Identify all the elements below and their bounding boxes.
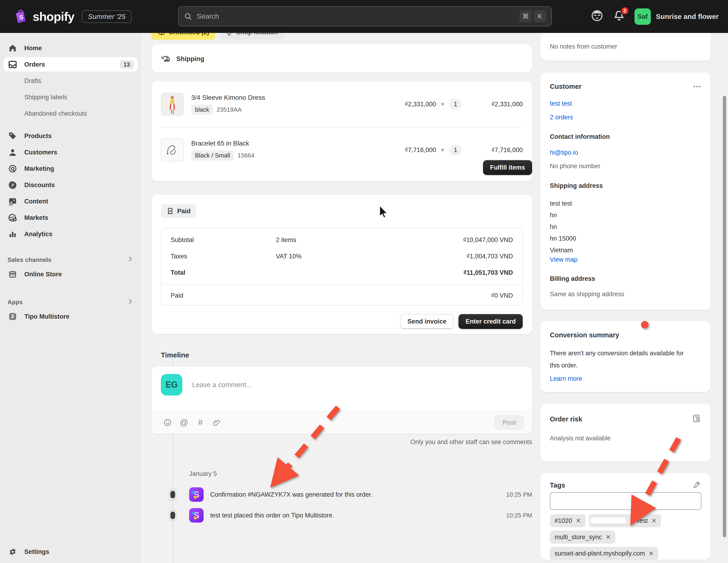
tags-title: Tags	[550, 481, 565, 489]
sidebar-item-markets[interactable]: $ Markets	[4, 211, 137, 225]
orders-icon	[7, 60, 18, 69]
send-invoice-button[interactable]: Send invoice	[400, 314, 454, 329]
edit-tags-icon[interactable]	[692, 480, 701, 491]
tag-icon	[7, 131, 18, 141]
order-risk-card: Order risk Analysis not available	[541, 403, 711, 462]
line-item-title[interactable]: Bracelet 65 in Black	[191, 140, 255, 147]
fulfill-items-button[interactable]: Fulfill items	[483, 160, 532, 175]
store-avatar: Saf	[634, 8, 651, 25]
redaction-block	[591, 517, 626, 523]
sidebar-item-customers[interactable]: Customers	[4, 145, 137, 160]
search-icon	[184, 12, 192, 21]
hashtag-icon[interactable]: #	[192, 418, 209, 427]
sku-text: 23519AA	[217, 106, 242, 113]
attachment-icon[interactable]	[209, 419, 225, 426]
conversion-summary-body: There aren't any conversion details avai…	[550, 347, 695, 371]
variant-chip: black	[191, 105, 213, 115]
line-total: ₫2,331,000	[462, 101, 523, 108]
timeline-event: S Confirmation #NGAWZYK7X was generated …	[189, 487, 532, 502]
sidebar-item-orders[interactable]: Orders 13	[4, 57, 137, 72]
svg-text:S: S	[19, 14, 24, 21]
svg-text:$: $	[14, 218, 16, 221]
event-time: 10:25 PM	[506, 491, 532, 498]
customer-name-link[interactable]: test test	[550, 100, 572, 107]
comment-toolbar: @ # Post	[151, 411, 532, 434]
customer-phone-text: No phone number	[550, 163, 600, 170]
payment-summary-box: Subtotal 2 items ₫10,047,000 VND Taxes V…	[161, 228, 523, 305]
remove-tag-icon[interactable]: ✕	[576, 517, 581, 524]
remove-tag-icon[interactable]: ✕	[651, 517, 656, 524]
shipping-card-title: Shipping	[176, 55, 204, 63]
store-name: Sunrise and flower	[656, 13, 719, 21]
ellipsis-menu-icon[interactable]: •••	[693, 83, 701, 90]
billing-address-text: Same as shipping address	[550, 290, 624, 298]
vertical-scrollbar[interactable]	[723, 96, 726, 537]
customer-email-link[interactable]: hi@tipo.io	[550, 149, 578, 156]
sidebar-item-home[interactable]: Home	[4, 41, 137, 55]
tipo-app-event-icon: S	[189, 508, 204, 523]
tag-pill: multi_store_sync ✕	[550, 531, 615, 544]
summary-label: Total	[171, 269, 185, 277]
sidebar: Home Orders 13 Drafts Shipping labels Ab…	[0, 33, 141, 563]
sidebar-item-settings[interactable]: Settings	[4, 545, 137, 559]
store-switcher[interactable]: Saf Sunrise and flower	[634, 8, 719, 25]
order-risk-title: Order risk	[550, 415, 582, 423]
contact-information-heading: Contact information	[550, 133, 610, 140]
post-button[interactable]: Post	[494, 415, 524, 430]
mention-icon[interactable]: @	[176, 418, 192, 427]
sidebar-section-apps[interactable]: Apps	[4, 295, 137, 309]
global-search[interactable]: ⌘ K	[178, 6, 552, 26]
tag-input[interactable]	[550, 492, 701, 510]
enter-credit-card-button[interactable]: Enter credit card	[458, 314, 523, 329]
paid-status-badge: Paid	[161, 204, 196, 218]
sidebar-item-marketing[interactable]: Marketing	[4, 162, 137, 176]
notifications-bell-icon[interactable]: 2	[613, 10, 625, 23]
emoji-icon[interactable]	[159, 418, 176, 427]
learn-more-link[interactable]: Learn more	[550, 375, 582, 382]
home-icon	[7, 43, 18, 53]
paid-label: Paid	[171, 292, 183, 299]
sidebar-item-shipping-labels[interactable]: Shipping labels	[4, 90, 137, 104]
event-text: Confirmation #NGAWZYK7X was generated fo…	[210, 491, 372, 498]
summary-label: Subtotal	[171, 237, 194, 244]
summary-detail: VAT 10%	[276, 253, 302, 260]
payment-card: Paid Subtotal 2 items ₫10,047,000 VND Ta…	[151, 195, 532, 334]
risk-analysis-icon[interactable]	[692, 414, 701, 425]
timeline-title: Timeline	[161, 351, 189, 359]
address-line: Vietnam	[550, 245, 576, 256]
sidebar-item-online-store[interactable]: Online Store	[4, 267, 137, 282]
order-risk-body: Analysis not available	[550, 435, 611, 442]
remove-tag-icon[interactable]: ✕	[606, 534, 611, 541]
timeline-dot	[169, 509, 177, 522]
line-item-row: 3/4 Sleeve Kimono Dress black 23519AA ₫2…	[161, 88, 523, 121]
customer-card: Customer ••• test test 2 orders Contact …	[541, 72, 711, 310]
remove-tag-icon[interactable]: ✕	[649, 550, 654, 557]
bar-chart-icon	[7, 230, 18, 239]
conversion-summary-title: Conversion summary	[550, 331, 619, 339]
line-item-title[interactable]: 3/4 Sleeve Kimono Dress	[191, 94, 265, 101]
billing-address-heading: Billing address	[550, 275, 595, 282]
paid-amount: ₫0 VND	[491, 292, 513, 299]
sidebar-item-drafts[interactable]: Drafts	[4, 74, 137, 88]
assistant-face-icon[interactable]	[591, 9, 604, 24]
sidebar-section-sales-channels[interactable]: Sales channels	[4, 253, 137, 267]
comment-input[interactable]	[192, 381, 523, 389]
sidebar-item-tipo-multistore[interactable]: Tipo Multistore	[4, 309, 137, 324]
customer-orders-link[interactable]: 2 orders	[550, 114, 573, 121]
sidebar-item-products[interactable]: Products	[4, 129, 137, 143]
gear-icon	[7, 547, 18, 556]
sidebar-item-label: Orders	[24, 61, 45, 68]
chevron-right-icon	[127, 298, 134, 306]
search-input[interactable]	[196, 12, 517, 21]
sidebar-item-analytics[interactable]: Analytics	[4, 227, 137, 241]
unit-price: ₫2,331,000	[405, 101, 436, 108]
kbd-cmd: ⌘	[519, 10, 532, 22]
view-map-link[interactable]: View map	[550, 256, 577, 263]
sidebar-item-abandoned-checkouts[interactable]: Abandoned checkouts	[4, 106, 137, 121]
sidebar-item-content[interactable]: Content	[4, 194, 137, 209]
event-text: test test placed this order on Tipo Mult…	[210, 512, 334, 519]
address-line: test test	[550, 198, 576, 209]
sidebar-item-discounts[interactable]: Discounts	[4, 178, 137, 192]
quantity-pill: 1	[449, 145, 462, 156]
summary-amount: ₫10,047,000 VND	[463, 237, 513, 244]
